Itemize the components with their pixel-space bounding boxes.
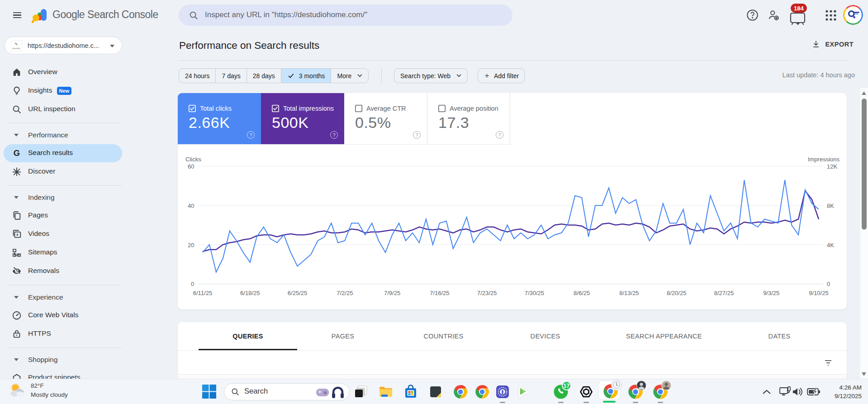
svg-text:G: G: [14, 148, 20, 158]
svg-text:✎: ✎: [14, 42, 18, 47]
svg-text:destudio: destudio: [12, 47, 20, 50]
